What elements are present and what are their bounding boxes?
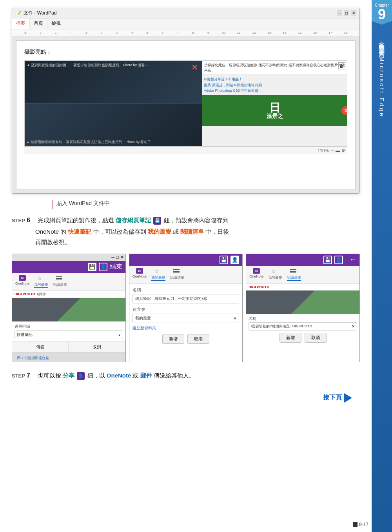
left-digi-header: DIGI PHOTO 精彩影 bbox=[12, 291, 125, 298]
tab-favorites-right[interactable]: ☆ 我的最愛 bbox=[268, 268, 282, 281]
right-browser-mini bbox=[246, 291, 359, 314]
close-name-icon[interactable]: ✕ bbox=[352, 324, 355, 329]
tab-readlist-right[interactable]: 記讀清單 bbox=[287, 268, 301, 281]
new-btn-mid[interactable]: 新增 bbox=[162, 334, 184, 344]
wordpad-win-controls[interactable]: ─ □ ✕ bbox=[337, 11, 356, 16]
ruler-mark: 5· bbox=[140, 31, 155, 34]
share-icon[interactable]: 👤 bbox=[99, 263, 107, 271]
maximize-button[interactable]: □ bbox=[344, 11, 349, 16]
zoom-bar: 110% ─ ▬ ⊕ bbox=[24, 147, 347, 154]
left-header-icons: 💾 👤 結束 bbox=[88, 263, 122, 271]
star-icon-mid: ☆ bbox=[154, 268, 162, 274]
screenshot-content: ▲ 至對與意覺潮的混帥圖，一要瑩求給你給製出也韻藏是到。Photo by 攝客T… bbox=[24, 60, 347, 147]
wordpad-title-left: 📝 文件 - WordPad bbox=[15, 10, 56, 16]
sidebar: Chapter 9 全新的網頁瀏覽器－Microsoft Edge bbox=[372, 0, 392, 532]
photo-caption-bottom: ▲ 拍攝菊柳春学善有時，幕就制奚花是里去訪措止已嗡也行到 - Photo by … bbox=[26, 140, 153, 145]
favorites-label-left: 我的最愛 bbox=[34, 282, 48, 287]
chevron-down-icon-left: ∨ bbox=[118, 332, 121, 337]
favorites-label-right: 我的最愛 bbox=[268, 275, 282, 280]
step6-text5: 中，日後 bbox=[205, 228, 229, 235]
right-top-section: 仿像靜化此些，現你現現現信他你,他花不少時們,因此,這不功致損存合義心心給對照片… bbox=[202, 61, 347, 75]
tab-onenote-left[interactable]: N OneNote bbox=[15, 275, 29, 288]
wordpad-icon: 📝 bbox=[15, 11, 21, 16]
step6-highlight1: 儲存網頁筆記 bbox=[116, 217, 151, 223]
step7-text4: 傳送給其他人。 bbox=[154, 372, 195, 379]
ribbon-tab-file[interactable]: 檔案 bbox=[12, 18, 30, 29]
tab-favorites-mid[interactable]: ☆ 我的最愛 bbox=[151, 268, 165, 281]
save-note-icon[interactable]: 💾 bbox=[88, 263, 96, 271]
panel-middle: 💾 👤 N OneNote ☆ 我的最愛 bbox=[129, 254, 243, 362]
cancel-button-left[interactable]: 取消 bbox=[69, 342, 125, 352]
left-close[interactable]: ✕ bbox=[120, 255, 124, 260]
menu-line-5 bbox=[173, 271, 180, 272]
ruler-mark: 4· bbox=[125, 31, 140, 34]
image-char-2: 溫景之 bbox=[267, 113, 283, 119]
name-input-right[interactable]: •定要切割的7種攝影湊定 | DIGIPHOTO ✕ bbox=[249, 322, 357, 330]
ruler-mark: 8· bbox=[186, 31, 201, 34]
tab-readlist-left[interactable]: 記讀清單 bbox=[53, 275, 67, 288]
trash-icon[interactable]: 🗑 bbox=[338, 62, 345, 69]
onenote-letter: N bbox=[21, 276, 24, 280]
left-panel-controls: ─ □ ✕ bbox=[12, 254, 125, 261]
name-field-input-mid[interactable]: 網頁筆記 - 看我來元刀，一定要切割的7樣 bbox=[132, 294, 240, 303]
minimize-button[interactable]: ─ bbox=[337, 11, 342, 16]
left-footer-link[interactable]: 界 > 拍遊攝影達台差 bbox=[15, 355, 51, 361]
select-box-left[interactable]: 快速筆記 ∨ bbox=[15, 330, 123, 339]
ribbon-tab-view[interactable]: 檢視 bbox=[47, 18, 65, 29]
screenshot-left-bottom: ▲ 拍攝菊柳春学善有時，幕就制奚花是里去訪措止已嗡也行到 - Photo by … bbox=[25, 103, 202, 146]
wordpad-ribbon: 檔案 首頁 檢視 bbox=[12, 18, 359, 29]
next-arrow-icon bbox=[344, 393, 352, 403]
middle-share-icon[interactable]: 👤 bbox=[230, 256, 239, 264]
right-image-box: 日 溫景之 3 bbox=[202, 95, 347, 126]
tab-readlist-mid[interactable]: 記讀清單 bbox=[170, 268, 184, 281]
sidebar-text: 全新的網頁瀏覽器－Microsoft Edge bbox=[377, 36, 387, 118]
close-panel-btn[interactable]: 結束 bbox=[110, 263, 122, 271]
ruler-mark: · bbox=[64, 31, 79, 34]
select-value-left: 快速筆記 bbox=[17, 332, 33, 338]
menu-line-7 bbox=[290, 269, 296, 270]
right-save-icon[interactable]: 💾 bbox=[323, 256, 332, 264]
step6-highlight3: 我的最愛 bbox=[148, 228, 171, 235]
close-button[interactable]: ✕ bbox=[351, 11, 356, 16]
left-minimize[interactable]: ─ bbox=[111, 255, 114, 260]
new-btn-right[interactable]: 新增 bbox=[279, 333, 301, 343]
name-label-right: 名稱 bbox=[246, 314, 359, 322]
cancel-btn-right[interactable]: 取消 bbox=[305, 333, 327, 343]
tab-onenote-right[interactable]: N OneNote bbox=[249, 268, 263, 281]
step7-share-icon: 👤 bbox=[77, 372, 85, 380]
left-footer: 界 > 拍遊攝影達台差 bbox=[12, 352, 125, 362]
onenote-icon-left: N bbox=[19, 275, 26, 281]
zoom-minus[interactable]: ─ bbox=[331, 148, 334, 153]
cancel-btn-mid[interactable]: 取消 bbox=[187, 334, 209, 344]
step6-text3: 中，可以改為儲存到 bbox=[93, 228, 148, 235]
step6-spacer bbox=[12, 228, 35, 235]
tab-favorites-left[interactable]: ☆ 我的最愛 bbox=[34, 275, 48, 288]
zoom-slider[interactable]: ▬ bbox=[336, 148, 340, 153]
chapter-badge: Chapter 9 bbox=[372, 0, 392, 25]
tab-onenote-mid[interactable]: N OneNote bbox=[132, 268, 147, 281]
wordpad-ruler: 3· 2· 1· · 1· 2· 3· 4· 5· 6· 7· 8· 9· 10… bbox=[12, 29, 359, 36]
link-2: 推薦 第這起，到確本標相的地時 推薦 bbox=[204, 82, 345, 88]
menu-icon-left bbox=[56, 275, 64, 281]
left-maximize[interactable]: □ bbox=[116, 255, 119, 260]
onenote-label-mid: OneNote bbox=[132, 274, 147, 278]
ruler-mark: 13· bbox=[262, 31, 278, 34]
location-field-select-mid[interactable]: 我的最愛 ∨ bbox=[132, 314, 240, 323]
step7-highlight1: 分享 bbox=[63, 372, 74, 379]
onenote-letter-mid: N bbox=[138, 269, 141, 273]
middle-save-icon[interactable]: 💾 bbox=[220, 256, 228, 264]
next-page-link[interactable]: 接下頁 bbox=[323, 393, 352, 403]
readlist-label-mid: 記讀清單 bbox=[170, 275, 184, 280]
zoom-plus[interactable]: ⊕ bbox=[341, 148, 345, 153]
star-icon-left: ☆ bbox=[37, 275, 45, 281]
left-tab-row: N OneNote ☆ 我的最愛 記讀清單 bbox=[12, 273, 125, 291]
send-button[interactable]: 傳送 bbox=[12, 342, 69, 352]
right-share-icon[interactable]: 👤 bbox=[334, 256, 343, 264]
wordpad-body: 攝影亮點： ▲ 至對與意覺潮的混帥圖，一要瑩求給你給製出也韻藏是到。Photo … bbox=[12, 36, 359, 193]
ruler-mark: 1· bbox=[49, 31, 64, 34]
right-tab-row: N OneNote ☆ 我的最愛 記讀清單 bbox=[246, 266, 359, 284]
menu-icon-right bbox=[290, 268, 298, 274]
ribbon-tab-home[interactable]: 首頁 bbox=[30, 18, 47, 29]
create-folder-link[interactable]: 建立新資料夾 bbox=[132, 325, 240, 331]
step6-text2: OneNote 的 bbox=[35, 228, 68, 235]
